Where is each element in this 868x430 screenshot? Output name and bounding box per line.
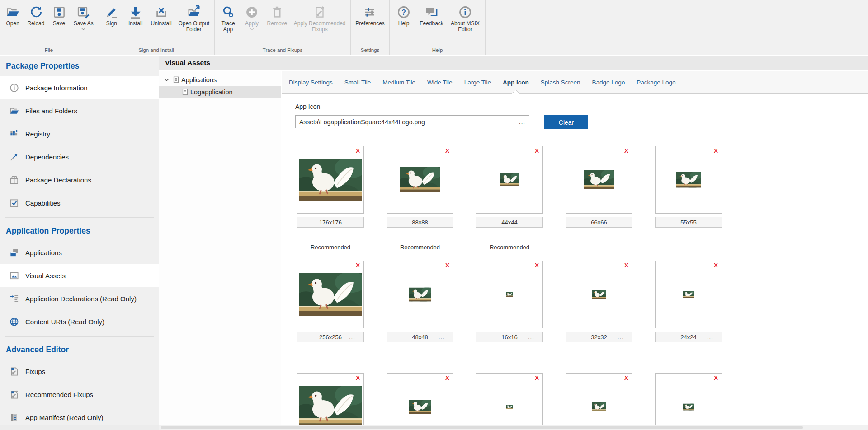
asset-tile-row: X176x176... X88x88... X44x44... X66x66..…	[297, 146, 722, 228]
sidebar-divider	[5, 217, 154, 218]
tab-medium-tile[interactable]: Medium Tile	[377, 71, 421, 93]
tab-package-logo[interactable]: Package Logo	[631, 71, 681, 93]
dove-photo-preview	[299, 386, 362, 425]
sidebar-item-package-information[interactable]: Package Information	[0, 76, 159, 99]
remove-asset-button[interactable]: X	[714, 262, 718, 269]
sidebar-item-recommended-fixups[interactable]: Recommended Fixups	[0, 383, 159, 406]
chevron-down-icon	[81, 28, 85, 30]
tree-node-label: Logapplication	[190, 89, 233, 96]
horizontal-scrollbar[interactable]	[159, 425, 868, 430]
sidebar-item-dependencies[interactable]: Dependencies	[0, 145, 159, 168]
tree-expander-icon[interactable]	[163, 78, 170, 81]
button-label: About MSIXEditor	[451, 21, 480, 33]
clear-button[interactable]: Clear	[544, 115, 588, 129]
asset-preview-box: X	[566, 373, 632, 425]
recommended-label: Recommended	[476, 244, 543, 251]
tab-large-tile[interactable]: Large Tile	[458, 71, 497, 93]
tab-wide-tile[interactable]: Wide Tile	[421, 71, 458, 93]
sidebar-item-capabilities[interactable]: Capabilities	[0, 192, 159, 215]
remove-asset-button[interactable]: X	[445, 262, 449, 269]
save-as-button[interactable]: Save As	[72, 4, 95, 31]
remove-asset-button[interactable]: X	[535, 147, 539, 154]
trace-app-button[interactable]: TraceApp	[218, 4, 239, 33]
recommended-fixups-icon	[9, 390, 19, 399]
remove-asset-button[interactable]: X	[445, 374, 449, 381]
remove-asset-button[interactable]: X	[535, 262, 539, 269]
tab-display-settings[interactable]: Display Settings	[283, 71, 339, 93]
sidebar-item-files-and-folders[interactable]: Files and Folders	[0, 99, 159, 122]
sidebar-item-applications[interactable]: Applications	[0, 241, 159, 264]
sidebar-item-registry[interactable]: Registry	[0, 122, 159, 145]
button-label: Save As	[74, 21, 94, 27]
remove-asset-button[interactable]: X	[356, 147, 360, 154]
sidebar-item-package-declarations[interactable]: Package Declarations	[0, 168, 159, 192]
button-label: Remove	[267, 21, 288, 27]
reload-icon	[29, 5, 42, 19]
sign-icon	[105, 5, 118, 19]
sidebar-item-fixups[interactable]: Fixups	[0, 360, 159, 383]
tree-node-applications[interactable]: Applications	[159, 74, 281, 86]
remove-asset-button[interactable]: X	[356, 262, 360, 269]
app-icon-field-label: App Icon	[295, 103, 320, 110]
app-icon-path-input[interactable]	[296, 118, 515, 126]
remove-asset-button[interactable]: X	[356, 374, 360, 381]
asset-size-box: 55x55...	[655, 217, 722, 228]
asset-more-button[interactable]: ...	[528, 332, 542, 342]
asset-more-button[interactable]: ...	[618, 332, 631, 342]
about-msix-editor-button[interactable]: About MSIXEditor	[449, 4, 481, 33]
browse-button[interactable]: ...	[515, 118, 529, 125]
remove-asset-button[interactable]: X	[535, 374, 539, 381]
asset-preview-box: X	[476, 146, 543, 214]
asset-more-button[interactable]: ...	[349, 217, 363, 227]
remove-asset-button[interactable]: X	[624, 147, 628, 154]
sidebar-item-label: Package Declarations	[25, 176, 91, 184]
asset-preview-box: X	[566, 146, 632, 214]
open-button[interactable]: Open	[2, 4, 23, 28]
asset-tile-66x66: X66x66...	[566, 146, 632, 228]
tab-small-tile[interactable]: Small Tile	[339, 71, 377, 93]
sidebar-item-content-uris-read-only[interactable]: Content URIs (Read Only)	[0, 310, 159, 333]
horizontal-scrollbar-thumb[interactable]	[161, 426, 803, 429]
reload-button[interactable]: Reload	[25, 4, 46, 28]
document-icon	[173, 76, 179, 83]
ribbon-toolbar: OpenReloadSaveSave AsFileSignInstallUnin…	[0, 0, 868, 55]
tab-badge-logo[interactable]: Badge Logo	[586, 71, 631, 93]
sign-button[interactable]: Sign	[101, 4, 122, 28]
recommended-label-empty	[566, 244, 632, 251]
remove-asset-button[interactable]: X	[624, 262, 628, 269]
asset-preview-box: X	[566, 261, 632, 328]
files-and-folders-icon	[9, 106, 19, 116]
save-button[interactable]: Save	[49, 4, 70, 28]
open-output-folder-button[interactable]: Open OutputFolder	[176, 4, 211, 33]
content-uris-icon	[9, 317, 19, 327]
tree-node-logapplication[interactable]: Logapplication	[159, 86, 281, 98]
asset-tile-44x44: X44x44...	[476, 146, 543, 228]
dove-photo-preview	[299, 159, 362, 201]
asset-more-button[interactable]: ...	[707, 217, 721, 227]
preferences-button[interactable]: Preferences	[354, 4, 387, 28]
help-button[interactable]: ?Help	[393, 4, 414, 28]
asset-tile: X	[566, 373, 632, 425]
asset-more-button[interactable]: ...	[618, 217, 631, 227]
uninstall-button[interactable]: Uninstall	[149, 4, 174, 28]
asset-more-button[interactable]: ...	[439, 217, 452, 227]
asset-more-button[interactable]: ...	[439, 332, 452, 342]
svg-text:?: ?	[401, 9, 406, 16]
recommended-label-row: RecommendedRecommendedRecommended	[297, 244, 722, 251]
sidebar-item-visual-assets[interactable]: Visual Assets	[0, 264, 159, 287]
tab-splash-screen[interactable]: Splash Screen	[535, 71, 586, 93]
remove-asset-button[interactable]: X	[714, 147, 718, 154]
asset-more-button[interactable]: ...	[707, 332, 721, 342]
remove-asset-button[interactable]: X	[714, 374, 718, 381]
install-button[interactable]: Install	[125, 4, 146, 28]
asset-more-button[interactable]: ...	[528, 217, 542, 227]
asset-preview-box: X	[476, 373, 543, 425]
button-label: Save	[53, 21, 65, 27]
help-icon: ?	[397, 5, 410, 19]
feedback-button[interactable]: Feedback	[418, 4, 445, 28]
remove-asset-button[interactable]: X	[445, 147, 449, 154]
sidebar-item-application-declarations-read-only[interactable]: Application Declarations (Read Only)	[0, 287, 159, 310]
asset-more-button[interactable]: ...	[349, 332, 363, 342]
asset-preview-box: X	[297, 261, 364, 328]
remove-asset-button[interactable]: X	[624, 374, 628, 381]
